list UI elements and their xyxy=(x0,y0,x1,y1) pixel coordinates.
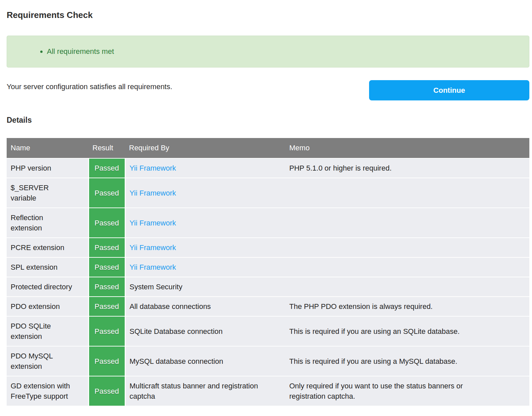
required-by-cell: Yii Framework xyxy=(125,178,285,208)
required-by-cell: Yii Framework xyxy=(125,158,285,178)
name-cell: PDO SQLite extension xyxy=(7,316,88,346)
required-by-cell: System Security xyxy=(125,277,285,297)
name-cell: Reflection extension xyxy=(7,208,88,238)
column-header-required-by: Required By xyxy=(125,138,285,158)
memo-cell: Only required if you want to use the sta… xyxy=(285,376,529,406)
alert-list: All requirements met xyxy=(14,47,522,57)
result-badge: Passed xyxy=(88,277,125,297)
table-row: PDO SQLite extension Passed SQLite Datab… xyxy=(7,316,529,346)
continue-button[interactable]: Continue xyxy=(369,80,529,100)
name-cell: $_SERVER variable xyxy=(7,178,88,208)
required-by-cell: Yii Framework xyxy=(125,208,285,238)
result-badge: Passed xyxy=(88,257,125,277)
summary-row: Your server configuration satisfies all … xyxy=(7,80,529,100)
table-header-row: Name Result Required By Memo xyxy=(7,138,529,158)
required-by-cell: All database connections xyxy=(125,297,285,316)
memo-cell: This is required if you are using an SQL… xyxy=(285,316,529,346)
required-by-link[interactable]: Yii Framework xyxy=(130,263,176,271)
required-by-text: All database connections xyxy=(130,302,211,311)
required-by-text: SQLite Database connection xyxy=(130,327,223,336)
required-by-link[interactable]: Yii Framework xyxy=(130,243,176,252)
success-alert: All requirements met xyxy=(7,36,529,68)
name-cell: PHP version xyxy=(7,158,88,178)
name-cell: Protected directory xyxy=(7,277,88,297)
memo-cell xyxy=(285,277,529,297)
table-row: GD extension with FreeType support Passe… xyxy=(7,376,529,406)
table-row: $_SERVER variable Passed Yii Framework xyxy=(7,178,529,208)
result-badge: Passed xyxy=(88,158,125,178)
details-title: Details xyxy=(7,116,529,125)
result-badge: Passed xyxy=(88,208,125,238)
required-by-text: System Security xyxy=(130,283,183,291)
name-cell: SPL extension xyxy=(7,257,88,277)
name-cell: PCRE extension xyxy=(7,238,88,257)
result-badge: Passed xyxy=(88,376,125,406)
requirements-page: Requirements Check All requirements met … xyxy=(0,10,532,406)
name-cell: PDO MySQL extension xyxy=(7,346,88,376)
result-badge: Passed xyxy=(88,346,125,376)
memo-cell xyxy=(285,257,529,277)
required-by-cell: SQLite Database connection xyxy=(125,316,285,346)
required-by-text: Multicraft status banner and registratio… xyxy=(130,382,258,400)
required-by-cell: Yii Framework xyxy=(125,257,285,277)
column-header-memo: Memo xyxy=(285,138,529,158)
column-header-result: Result xyxy=(88,138,125,158)
required-by-cell: Yii Framework xyxy=(125,238,285,257)
table-row: SPL extension Passed Yii Framework xyxy=(7,257,529,277)
required-by-link[interactable]: Yii Framework xyxy=(130,189,176,197)
name-cell: PDO extension xyxy=(7,297,88,316)
page-title: Requirements Check xyxy=(7,10,529,20)
required-by-link[interactable]: Yii Framework xyxy=(130,219,176,227)
requirements-table: Name Result Required By Memo PHP version… xyxy=(7,138,529,406)
summary-text: Your server configuration satisfies all … xyxy=(7,82,369,91)
result-badge: Passed xyxy=(88,316,125,346)
required-by-cell: Multicraft status banner and registratio… xyxy=(125,376,285,406)
alert-item: All requirements met xyxy=(47,47,522,57)
result-badge: Passed xyxy=(88,178,125,208)
result-badge: Passed xyxy=(88,297,125,316)
memo-cell xyxy=(285,208,529,238)
required-by-cell: MySQL database connection xyxy=(125,346,285,376)
memo-cell xyxy=(285,238,529,257)
table-row: PDO extension Passed All database connec… xyxy=(7,297,529,316)
table-row: Protected directory Passed System Securi… xyxy=(7,277,529,297)
table-row: PCRE extension Passed Yii Framework xyxy=(7,238,529,257)
result-badge: Passed xyxy=(88,238,125,257)
column-header-name: Name xyxy=(7,138,88,158)
table-row: PDO MySQL extension Passed MySQL databas… xyxy=(7,346,529,376)
table-row: Reflection extension Passed Yii Framewor… xyxy=(7,208,529,238)
memo-cell: This is required if you are using a MySQ… xyxy=(285,346,529,376)
memo-cell: The PHP PDO extension is always required… xyxy=(285,297,529,316)
name-cell: GD extension with FreeType support xyxy=(7,376,88,406)
table-row: PHP version Passed Yii Framework PHP 5.1… xyxy=(7,158,529,178)
memo-cell xyxy=(285,178,529,208)
memo-cell: PHP 5.1.0 or higher is required. xyxy=(285,158,529,178)
required-by-link[interactable]: Yii Framework xyxy=(130,164,176,172)
required-by-text: MySQL database connection xyxy=(130,357,223,365)
